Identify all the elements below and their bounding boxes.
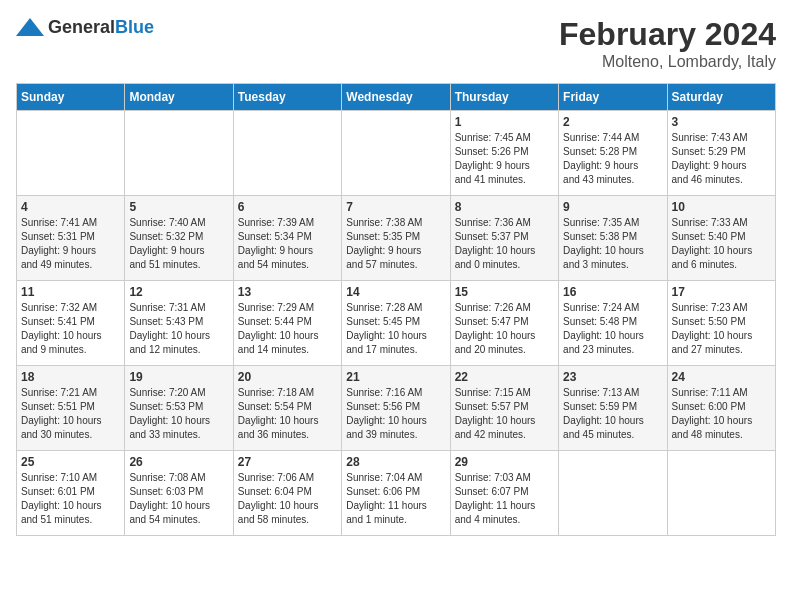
calendar-cell: 23Sunrise: 7:13 AM Sunset: 5:59 PM Dayli…: [559, 366, 667, 451]
calendar-cell: 18Sunrise: 7:21 AM Sunset: 5:51 PM Dayli…: [17, 366, 125, 451]
day-number: 4: [21, 200, 120, 214]
calendar-cell: [559, 451, 667, 536]
calendar-cell: 25Sunrise: 7:10 AM Sunset: 6:01 PM Dayli…: [17, 451, 125, 536]
day-number: 2: [563, 115, 662, 129]
calendar-cell: 5Sunrise: 7:40 AM Sunset: 5:32 PM Daylig…: [125, 196, 233, 281]
calendar-cell: 1Sunrise: 7:45 AM Sunset: 5:26 PM Daylig…: [450, 111, 558, 196]
day-number: 23: [563, 370, 662, 384]
day-number: 10: [672, 200, 771, 214]
day-detail: Sunrise: 7:04 AM Sunset: 6:06 PM Dayligh…: [346, 471, 445, 527]
logo-blue-text: Blue: [115, 17, 154, 37]
week-row-5: 25Sunrise: 7:10 AM Sunset: 6:01 PM Dayli…: [17, 451, 776, 536]
day-number: 3: [672, 115, 771, 129]
month-title: February 2024: [559, 16, 776, 53]
week-row-2: 4Sunrise: 7:41 AM Sunset: 5:31 PM Daylig…: [17, 196, 776, 281]
day-number: 16: [563, 285, 662, 299]
day-detail: Sunrise: 7:36 AM Sunset: 5:37 PM Dayligh…: [455, 216, 554, 272]
calendar-cell: 21Sunrise: 7:16 AM Sunset: 5:56 PM Dayli…: [342, 366, 450, 451]
day-detail: Sunrise: 7:44 AM Sunset: 5:28 PM Dayligh…: [563, 131, 662, 187]
location-title: Molteno, Lombardy, Italy: [559, 53, 776, 71]
day-number: 1: [455, 115, 554, 129]
calendar-cell: [125, 111, 233, 196]
calendar-cell: 24Sunrise: 7:11 AM Sunset: 6:00 PM Dayli…: [667, 366, 775, 451]
day-detail: Sunrise: 7:24 AM Sunset: 5:48 PM Dayligh…: [563, 301, 662, 357]
calendar-cell: 9Sunrise: 7:35 AM Sunset: 5:38 PM Daylig…: [559, 196, 667, 281]
calendar-cell: 22Sunrise: 7:15 AM Sunset: 5:57 PM Dayli…: [450, 366, 558, 451]
day-number: 9: [563, 200, 662, 214]
calendar-cell: 26Sunrise: 7:08 AM Sunset: 6:03 PM Dayli…: [125, 451, 233, 536]
day-detail: Sunrise: 7:26 AM Sunset: 5:47 PM Dayligh…: [455, 301, 554, 357]
calendar-cell: 19Sunrise: 7:20 AM Sunset: 5:53 PM Dayli…: [125, 366, 233, 451]
day-detail: Sunrise: 7:28 AM Sunset: 5:45 PM Dayligh…: [346, 301, 445, 357]
day-detail: Sunrise: 7:29 AM Sunset: 5:44 PM Dayligh…: [238, 301, 337, 357]
calendar-cell: 8Sunrise: 7:36 AM Sunset: 5:37 PM Daylig…: [450, 196, 558, 281]
calendar-cell: 17Sunrise: 7:23 AM Sunset: 5:50 PM Dayli…: [667, 281, 775, 366]
day-number: 7: [346, 200, 445, 214]
day-detail: Sunrise: 7:18 AM Sunset: 5:54 PM Dayligh…: [238, 386, 337, 442]
day-detail: Sunrise: 7:20 AM Sunset: 5:53 PM Dayligh…: [129, 386, 228, 442]
day-detail: Sunrise: 7:38 AM Sunset: 5:35 PM Dayligh…: [346, 216, 445, 272]
day-number: 24: [672, 370, 771, 384]
day-detail: Sunrise: 7:32 AM Sunset: 5:41 PM Dayligh…: [21, 301, 120, 357]
calendar-cell: 11Sunrise: 7:32 AM Sunset: 5:41 PM Dayli…: [17, 281, 125, 366]
day-detail: Sunrise: 7:21 AM Sunset: 5:51 PM Dayligh…: [21, 386, 120, 442]
day-detail: Sunrise: 7:35 AM Sunset: 5:38 PM Dayligh…: [563, 216, 662, 272]
day-number: 28: [346, 455, 445, 469]
day-number: 22: [455, 370, 554, 384]
header: GeneralBlue February 2024 Molteno, Lomba…: [16, 16, 776, 71]
calendar-cell: 10Sunrise: 7:33 AM Sunset: 5:40 PM Dayli…: [667, 196, 775, 281]
calendar-cell: [667, 451, 775, 536]
svg-marker-0: [16, 18, 44, 36]
calendar-cell: 12Sunrise: 7:31 AM Sunset: 5:43 PM Dayli…: [125, 281, 233, 366]
calendar-cell: 15Sunrise: 7:26 AM Sunset: 5:47 PM Dayli…: [450, 281, 558, 366]
calendar-cell: 2Sunrise: 7:44 AM Sunset: 5:28 PM Daylig…: [559, 111, 667, 196]
day-number: 15: [455, 285, 554, 299]
logo: GeneralBlue: [16, 16, 154, 38]
day-detail: Sunrise: 7:16 AM Sunset: 5:56 PM Dayligh…: [346, 386, 445, 442]
day-detail: Sunrise: 7:06 AM Sunset: 6:04 PM Dayligh…: [238, 471, 337, 527]
day-detail: Sunrise: 7:10 AM Sunset: 6:01 PM Dayligh…: [21, 471, 120, 527]
day-number: 14: [346, 285, 445, 299]
day-number: 17: [672, 285, 771, 299]
day-detail: Sunrise: 7:31 AM Sunset: 5:43 PM Dayligh…: [129, 301, 228, 357]
calendar-cell: 6Sunrise: 7:39 AM Sunset: 5:34 PM Daylig…: [233, 196, 341, 281]
header-thursday: Thursday: [450, 84, 558, 111]
day-number: 26: [129, 455, 228, 469]
header-friday: Friday: [559, 84, 667, 111]
week-row-4: 18Sunrise: 7:21 AM Sunset: 5:51 PM Dayli…: [17, 366, 776, 451]
day-detail: Sunrise: 7:43 AM Sunset: 5:29 PM Dayligh…: [672, 131, 771, 187]
header-tuesday: Tuesday: [233, 84, 341, 111]
calendar-table: SundayMondayTuesdayWednesdayThursdayFrid…: [16, 83, 776, 536]
calendar-cell: [17, 111, 125, 196]
header-wednesday: Wednesday: [342, 84, 450, 111]
calendar-cell: 13Sunrise: 7:29 AM Sunset: 5:44 PM Dayli…: [233, 281, 341, 366]
header-sunday: Sunday: [17, 84, 125, 111]
calendar-cell: 27Sunrise: 7:06 AM Sunset: 6:04 PM Dayli…: [233, 451, 341, 536]
calendar-cell: 29Sunrise: 7:03 AM Sunset: 6:07 PM Dayli…: [450, 451, 558, 536]
day-number: 20: [238, 370, 337, 384]
day-detail: Sunrise: 7:08 AM Sunset: 6:03 PM Dayligh…: [129, 471, 228, 527]
day-number: 12: [129, 285, 228, 299]
header-monday: Monday: [125, 84, 233, 111]
day-number: 25: [21, 455, 120, 469]
day-detail: Sunrise: 7:13 AM Sunset: 5:59 PM Dayligh…: [563, 386, 662, 442]
day-detail: Sunrise: 7:41 AM Sunset: 5:31 PM Dayligh…: [21, 216, 120, 272]
day-number: 11: [21, 285, 120, 299]
logo-general-text: General: [48, 17, 115, 37]
calendar-cell: [233, 111, 341, 196]
calendar-cell: 3Sunrise: 7:43 AM Sunset: 5:29 PM Daylig…: [667, 111, 775, 196]
day-number: 29: [455, 455, 554, 469]
calendar-header-row: SundayMondayTuesdayWednesdayThursdayFrid…: [17, 84, 776, 111]
day-detail: Sunrise: 7:23 AM Sunset: 5:50 PM Dayligh…: [672, 301, 771, 357]
day-number: 13: [238, 285, 337, 299]
day-detail: Sunrise: 7:03 AM Sunset: 6:07 PM Dayligh…: [455, 471, 554, 527]
calendar-cell: 16Sunrise: 7:24 AM Sunset: 5:48 PM Dayli…: [559, 281, 667, 366]
day-number: 6: [238, 200, 337, 214]
day-detail: Sunrise: 7:45 AM Sunset: 5:26 PM Dayligh…: [455, 131, 554, 187]
title-area: February 2024 Molteno, Lombardy, Italy: [559, 16, 776, 71]
calendar-cell: [342, 111, 450, 196]
header-saturday: Saturday: [667, 84, 775, 111]
calendar-cell: 14Sunrise: 7:28 AM Sunset: 5:45 PM Dayli…: [342, 281, 450, 366]
day-detail: Sunrise: 7:15 AM Sunset: 5:57 PM Dayligh…: [455, 386, 554, 442]
day-number: 19: [129, 370, 228, 384]
